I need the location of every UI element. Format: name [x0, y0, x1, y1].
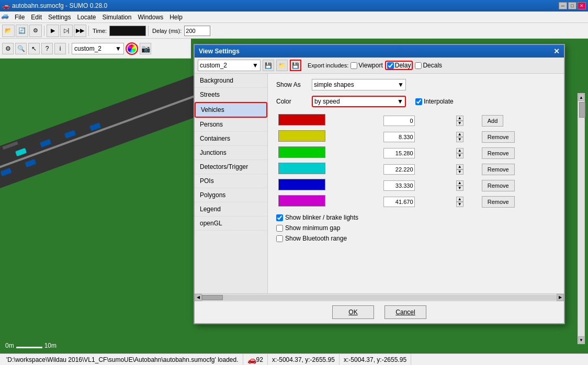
add-button[interactable]: Add [482, 115, 504, 127]
color-wheel-button[interactable] [126, 42, 138, 55]
mingap-checkbox[interactable] [276, 225, 283, 232]
map-info-btn[interactable]: i [54, 43, 66, 54]
color-swatch-4[interactable] [278, 179, 325, 190]
maximize-button[interactable]: □ [568, 2, 576, 9]
preset-combo-map[interactable]: custom_2 ▼ [72, 43, 124, 54]
minimize-button[interactable]: ─ [559, 2, 567, 9]
dialog-export-btn[interactable]: 💾 [290, 60, 301, 71]
panel-item-containers[interactable]: Containers [195, 132, 267, 146]
spin-down-3[interactable]: ▼ [456, 169, 463, 175]
fastforward-button[interactable]: ▶▶ [74, 25, 86, 37]
spin-down-0[interactable]: ▼ [456, 121, 463, 126]
remove-button-5[interactable]: Remove [482, 196, 515, 208]
decals-check-label[interactable]: Decals [415, 62, 442, 69]
spin-down-5[interactable]: ▼ [456, 202, 463, 207]
map-help-btn[interactable]: ? [41, 43, 53, 54]
scroll-thumb-h[interactable] [202, 295, 223, 300]
decals-checkbox[interactable] [415, 62, 422, 69]
spin-up-4[interactable]: ▲ [456, 180, 463, 186]
menu-help[interactable]: Help [166, 13, 186, 22]
cancel-button[interactable]: Cancel [385, 305, 426, 319]
spin-0[interactable]: ▲ ▼ [456, 116, 465, 126]
open-button[interactable]: 📂 [2, 25, 15, 37]
menu-simulation[interactable]: Simulation [99, 13, 134, 22]
panel-item-persons[interactable]: Persons [195, 118, 267, 132]
color-swatch-0[interactable] [278, 114, 325, 126]
dialog-save-btn[interactable]: 💾 [263, 60, 274, 71]
interpolate-checkbox[interactable] [415, 98, 422, 105]
menu-settings[interactable]: Settings [45, 13, 74, 22]
map-zoom-btn[interactable]: 🔍 [15, 43, 27, 54]
delay-checkbox[interactable] [387, 62, 394, 69]
value-input-2[interactable] [383, 148, 415, 158]
panel-item-vehicles[interactable]: Vehicles [195, 102, 267, 118]
remove-button-1[interactable]: Remove [482, 131, 515, 143]
show-as-combo[interactable]: simple shapes ▼ [312, 79, 406, 90]
map-settings-btn[interactable]: ⚙ [2, 43, 14, 54]
value-input-0[interactable] [383, 116, 415, 126]
dialog-preset-combo[interactable]: custom_2 ▼ [198, 60, 261, 71]
color-swatch-2[interactable] [278, 146, 325, 158]
step-button[interactable]: ▷| [60, 25, 73, 37]
value-input-3[interactable] [383, 164, 415, 175]
spin-3[interactable]: ▲ ▼ [456, 164, 465, 175]
interpolate-label[interactable]: Interpolate [415, 98, 454, 105]
delay-check-label[interactable]: Delay [385, 61, 413, 70]
spin-down-4[interactable]: ▼ [456, 186, 463, 191]
dialog-vscrollbar[interactable]: ▲ ▼ [578, 93, 585, 344]
blinker-checkbox[interactable] [276, 214, 283, 221]
close-button[interactable]: ✕ [578, 2, 586, 9]
scroll-track[interactable] [202, 295, 557, 300]
scroll-thumb-v[interactable] [579, 102, 585, 118]
spin-down-1[interactable]: ▼ [456, 137, 463, 142]
color-combo[interactable]: by speed ▼ [312, 96, 406, 107]
menu-windows[interactable]: Windows [134, 13, 166, 22]
panel-item-legend[interactable]: Legend [195, 202, 267, 216]
remove-button-3[interactable]: Remove [482, 164, 515, 175]
ok-button[interactable]: OK [332, 305, 374, 319]
value-input-1[interactable] [383, 132, 415, 142]
dialog-load-btn[interactable]: 📁 [276, 60, 288, 71]
viewport-checkbox[interactable] [350, 62, 357, 69]
spin-1[interactable]: ▲ ▼ [456, 132, 465, 142]
scroll-left-btn[interactable]: ◀ [195, 294, 202, 301]
delay-input[interactable] [184, 26, 210, 36]
remove-button-2[interactable]: Remove [482, 147, 515, 159]
scroll-right-btn[interactable]: ▶ [557, 294, 564, 301]
spin-down-2[interactable]: ▼ [456, 153, 463, 158]
menu-locate[interactable]: Locate [74, 13, 99, 22]
menu-edit[interactable]: Edit [28, 13, 45, 22]
spin-2[interactable]: ▲ ▼ [456, 148, 465, 158]
remove-button-4[interactable]: Remove [482, 180, 515, 191]
play-button[interactable]: ▶ [47, 25, 59, 37]
menu-file[interactable]: File [12, 13, 28, 22]
bluetooth-label[interactable]: Show Bluetooth range [285, 235, 347, 242]
panel-item-background[interactable]: Background [195, 74, 267, 88]
spin-5[interactable]: ▲ ▼ [456, 197, 465, 207]
panel-item-streets[interactable]: Streets [195, 88, 267, 102]
panel-item-polygons[interactable]: Polygons [195, 188, 267, 202]
settings-button[interactable]: ⚙ [29, 25, 42, 37]
value-input-5[interactable] [383, 197, 415, 207]
color-swatch-3[interactable] [278, 163, 325, 174]
map-cursor-btn[interactable]: ↖ [28, 43, 40, 54]
panel-item-opengl[interactable]: openGL [195, 216, 267, 231]
spin-up-2[interactable]: ▲ [456, 148, 463, 153]
spin-up-1[interactable]: ▲ [456, 132, 463, 137]
spin-4[interactable]: ▲ ▼ [456, 180, 465, 191]
time-input[interactable] [109, 26, 146, 36]
scroll-up-btn[interactable]: ▲ [578, 94, 584, 101]
spin-up-0[interactable]: ▲ [456, 116, 463, 121]
horizontal-scrollbar[interactable]: ◀ ▶ [195, 293, 564, 301]
panel-item-junctions[interactable]: Junctions [195, 146, 267, 160]
panel-item-detectors[interactable]: Detectors/Trigger [195, 160, 267, 174]
camera-button[interactable]: 📷 [140, 43, 151, 54]
scroll-down-btn[interactable]: ▼ [578, 336, 584, 344]
spin-up-3[interactable]: ▲ [456, 164, 463, 169]
bluetooth-checkbox[interactable] [276, 235, 283, 242]
color-swatch-1[interactable] [278, 130, 325, 142]
reload-button[interactable]: 🔄 [16, 25, 28, 37]
panel-item-pois[interactable]: POIs [195, 174, 267, 188]
value-input-4[interactable] [383, 180, 415, 191]
viewport-check-label[interactable]: Viewport [350, 62, 382, 69]
